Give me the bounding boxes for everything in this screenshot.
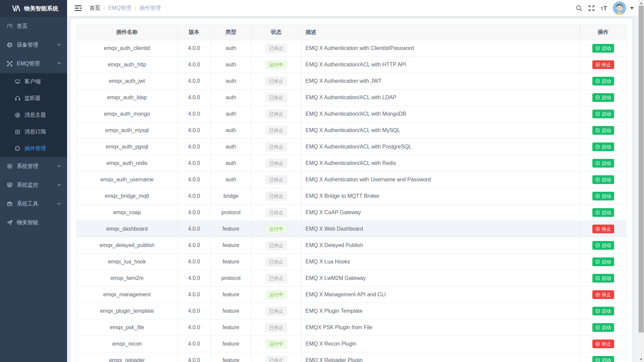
- play-circle-icon: [595, 144, 600, 149]
- sidebar-item-label: 消息订阅: [24, 128, 46, 135]
- start-button[interactable]: 启动: [592, 175, 614, 184]
- stop-button[interactable]: 停止: [592, 60, 614, 69]
- sidebar-item-home[interactable]: 首页: [0, 17, 67, 36]
- plugin-action-cell: 停止: [580, 57, 627, 73]
- plugin-type-cell: feature: [211, 319, 251, 336]
- dashboard-icon: [7, 23, 13, 29]
- start-button[interactable]: 启动: [592, 257, 614, 266]
- start-button[interactable]: 启动: [592, 126, 614, 135]
- navbar-tools: TT: [573, 0, 638, 16]
- plugin-type-cell: auth: [211, 139, 251, 155]
- emq-drone-icon: [7, 61, 13, 67]
- plugin-name-cell: emqx_auth_clientid: [77, 40, 177, 57]
- sidebar-toggle-button[interactable]: [73, 3, 84, 13]
- status-badge: 已停止: [266, 44, 287, 53]
- start-button[interactable]: 启动: [592, 274, 614, 283]
- stop-button[interactable]: 停止: [592, 290, 614, 299]
- chevron-down-icon: [57, 182, 61, 188]
- play-circle-icon: [595, 128, 600, 133]
- sidebar-item-clients[interactable]: 客户端: [0, 73, 67, 90]
- play-circle-icon: [595, 325, 600, 330]
- sidebar-item-emq[interactable]: EMQ管理: [0, 54, 67, 73]
- column-header-type: 类型: [211, 25, 251, 40]
- play-circle-icon: [595, 161, 600, 166]
- plugin-type-cell: feature: [211, 352, 251, 362]
- plugin-version-cell: 4.0.0: [177, 106, 211, 122]
- plugin-name-cell: emqx_auth_jwt: [77, 73, 177, 89]
- start-button[interactable]: 启动: [592, 110, 614, 118]
- start-button[interactable]: 启动: [592, 159, 614, 168]
- table-row: emqx_management4.0.0feature运行中EMQ X Mana…: [77, 287, 627, 303]
- plugin-name-cell: emqx_auth_http: [77, 57, 177, 73]
- plugin-desc-cell: EMQ X Delayed Publish: [302, 237, 580, 254]
- status-badge: 已停止: [266, 77, 287, 86]
- status-badge: 运行中: [266, 60, 287, 69]
- start-button[interactable]: 启动: [592, 208, 614, 217]
- stop-button[interactable]: 停止: [592, 225, 614, 233]
- sidebar-item-monitor[interactable]: 系统监控: [0, 176, 67, 194]
- breadcrumb-home[interactable]: 首页: [90, 5, 100, 12]
- stop-button[interactable]: 停止: [592, 340, 614, 348]
- plugin-status-cell: 已停止: [251, 254, 302, 270]
- sidebar-item-subscriptions[interactable]: 消息订阅: [0, 123, 67, 140]
- plugin-action-cell: 启动: [580, 254, 627, 270]
- status-badge: 已停止: [266, 192, 287, 201]
- plugin-status-cell: 已停止: [251, 172, 302, 188]
- sidebar-item-listeners[interactable]: 监听器: [0, 90, 67, 107]
- stop-circle-icon: [595, 342, 600, 346]
- start-button[interactable]: 启动: [592, 93, 614, 102]
- table-row: emqx_auth_username4.0.0auth已停止EMQ X Auth…: [77, 172, 627, 188]
- start-button[interactable]: 启动: [592, 44, 614, 53]
- search-icon[interactable]: [573, 0, 585, 16]
- plugin-action-cell: 启动: [580, 270, 627, 287]
- toolbox-icon: [7, 201, 13, 207]
- scrollbar-thumb[interactable]: [639, 6, 644, 333]
- plugin-version-cell: 4.0.0: [177, 155, 211, 172]
- sidebar-item-label: 设备管理: [17, 42, 38, 49]
- plugin-type-cell: protocol: [211, 270, 251, 287]
- plugin-type-cell: auth: [211, 40, 251, 57]
- plugin-version-cell: 4.0.0: [177, 188, 211, 204]
- plugin-status-cell: 已停止: [251, 73, 302, 89]
- sidebar-item-wumei[interactable]: 物美智能: [0, 213, 67, 232]
- play-circle-icon: [595, 210, 600, 215]
- plugin-status-cell: 已停止: [251, 237, 302, 254]
- play-circle-icon: [595, 95, 600, 100]
- sidebar-item-system[interactable]: 系统管理: [0, 157, 67, 176]
- status-badge: 已停止: [266, 257, 287, 266]
- plugin-name-cell: emqx_plugin_template: [77, 303, 177, 319]
- sidebar-item-topics[interactable]: 消息主题: [0, 107, 67, 123]
- plugin-action-cell: 启动: [580, 89, 627, 106]
- start-button[interactable]: 启动: [592, 307, 614, 315]
- scroll-down-arrow-icon[interactable]: ▼: [638, 356, 644, 362]
- start-button[interactable]: 启动: [592, 142, 614, 151]
- sidebar-item-tools[interactable]: 系统工具: [0, 194, 67, 213]
- plugin-status-cell: 已停止: [251, 40, 302, 57]
- plugin-name-cell: emqx_dashboard: [77, 221, 177, 237]
- plugin-status-cell: 已停止: [251, 303, 302, 319]
- plugin-action-cell: 停止: [580, 221, 627, 237]
- subscribe-plus-icon: [15, 129, 20, 135]
- status-badge: 已停止: [266, 241, 287, 250]
- breadcrumb-separator: /: [104, 5, 105, 11]
- app-logo[interactable]: 物美智能系统: [0, 0, 67, 17]
- status-badge: 已停止: [266, 159, 287, 168]
- user-menu[interactable]: [613, 1, 634, 15]
- table-header-row: 插件名称 版本 类型 状态 描述 操作: [77, 25, 627, 40]
- font-size-icon[interactable]: TT: [598, 0, 610, 16]
- avatar[interactable]: [613, 1, 626, 15]
- plugin-type-cell: auth: [211, 73, 251, 89]
- start-button[interactable]: 启动: [592, 241, 614, 250]
- sidebar-item-plugins[interactable]: 插件管理: [0, 140, 67, 157]
- start-button[interactable]: 启动: [592, 77, 614, 85]
- fullscreen-icon[interactable]: [585, 0, 598, 16]
- window-scrollbar: ▲ ▼: [638, 0, 644, 362]
- plugin-desc-cell: EMQ X Recon Plugin: [302, 336, 580, 352]
- start-button[interactable]: 启动: [592, 323, 614, 332]
- plugin-action-cell: 启动: [580, 73, 627, 89]
- start-button[interactable]: 启动: [592, 192, 614, 200]
- start-button[interactable]: 启动: [592, 356, 614, 362]
- sidebar-item-devices[interactable]: 设备管理: [0, 36, 67, 54]
- scroll-up-arrow-icon[interactable]: ▲: [638, 0, 644, 6]
- plugin-type-cell: feature: [211, 303, 251, 319]
